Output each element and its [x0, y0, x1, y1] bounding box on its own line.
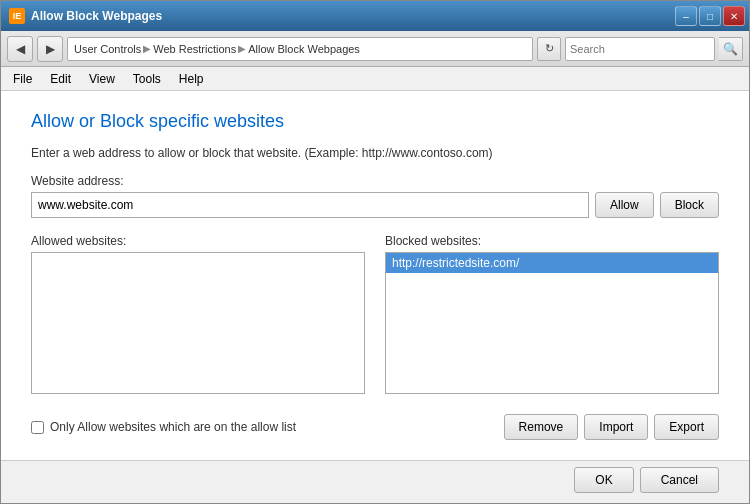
breadcrumb-item-3: Allow Block Webpages [248, 43, 360, 55]
url-input[interactable] [31, 192, 589, 218]
menu-item-help[interactable]: Help [171, 70, 212, 88]
bottom-right-buttons: Remove Import Export [504, 414, 719, 440]
allowed-websites-label: Allowed websites: [31, 234, 365, 248]
title-bar-left: IE Allow Block Webpages [9, 8, 675, 24]
blocked-websites-label: Blocked websites: [385, 234, 719, 248]
cancel-button[interactable]: Cancel [640, 467, 719, 493]
close-button[interactable]: ✕ [723, 6, 745, 26]
only-allow-label: Only Allow websites which are on the all… [50, 420, 296, 434]
content-area: Allow or Block specific websites Enter a… [1, 91, 749, 460]
menu-item-edit[interactable]: Edit [42, 70, 79, 88]
refresh-button[interactable]: ↻ [537, 37, 561, 61]
search-button[interactable]: 🔍 [719, 37, 743, 61]
breadcrumb-item-1: User Controls [74, 43, 141, 55]
block-button[interactable]: Block [660, 192, 719, 218]
website-address-label: Website address: [31, 174, 719, 188]
address-bar: ◀ ▶ User Controls ▶ Web Restrictions ▶ A… [1, 31, 749, 67]
remove-button[interactable]: Remove [504, 414, 579, 440]
menu-bar: File Edit View Tools Help [1, 67, 749, 91]
title-bar: IE Allow Block Webpages – □ ✕ [1, 1, 749, 31]
export-button[interactable]: Export [654, 414, 719, 440]
menu-item-view[interactable]: View [81, 70, 123, 88]
allowed-websites-list[interactable] [31, 252, 365, 394]
window-icon: IE [9, 8, 25, 24]
bottom-bar: Only Allow websites which are on the all… [31, 408, 719, 440]
back-button[interactable]: ◀ [7, 36, 33, 62]
title-bar-text: Allow Block Webpages [31, 9, 162, 23]
lists-row: Allowed websites: Blocked websites: http… [31, 234, 719, 394]
breadcrumb-item-2: Web Restrictions [153, 43, 236, 55]
description-text: Enter a web address to allow or block th… [31, 146, 719, 160]
main-window: IE Allow Block Webpages – □ ✕ ◀ ▶ User C… [0, 0, 750, 504]
breadcrumb-sep-1: ▶ [143, 43, 151, 54]
title-bar-controls: – □ ✕ [675, 6, 745, 26]
ok-cancel-row: OK Cancel [1, 460, 749, 503]
allow-button[interactable]: Allow [595, 192, 654, 218]
breadcrumb: User Controls ▶ Web Restrictions ▶ Allow… [67, 37, 533, 61]
blocked-list-item[interactable]: http://restrictedsite.com/ [386, 253, 718, 273]
forward-button[interactable]: ▶ [37, 36, 63, 62]
only-allow-checkbox[interactable] [31, 421, 44, 434]
checkbox-row: Only Allow websites which are on the all… [31, 420, 296, 434]
import-button[interactable]: Import [584, 414, 648, 440]
minimize-button[interactable]: – [675, 6, 697, 26]
search-input[interactable] [565, 37, 715, 61]
ok-button[interactable]: OK [574, 467, 633, 493]
menu-item-file[interactable]: File [5, 70, 40, 88]
allowed-websites-section: Allowed websites: [31, 234, 365, 394]
blocked-websites-list[interactable]: http://restrictedsite.com/ [385, 252, 719, 394]
menu-item-tools[interactable]: Tools [125, 70, 169, 88]
blocked-websites-section: Blocked websites: http://restrictedsite.… [385, 234, 719, 394]
url-input-row: Allow Block [31, 192, 719, 218]
breadcrumb-sep-2: ▶ [238, 43, 246, 54]
maximize-button[interactable]: □ [699, 6, 721, 26]
page-title: Allow or Block specific websites [31, 111, 719, 132]
